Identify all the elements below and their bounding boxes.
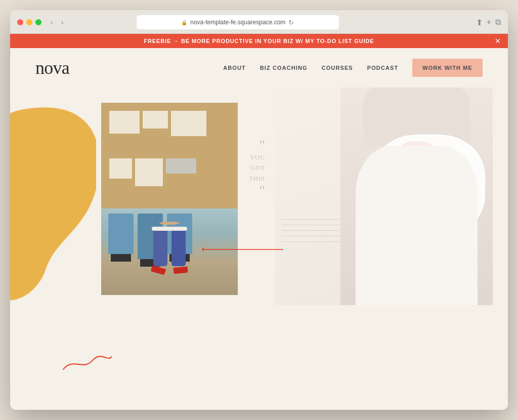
nav-courses[interactable]: COURSES bbox=[322, 65, 353, 71]
fashion-scene bbox=[101, 103, 238, 295]
woman-in-white bbox=[340, 88, 493, 305]
paper-4 bbox=[109, 158, 132, 179]
leg-right bbox=[171, 231, 186, 266]
minimize-window-button[interactable] bbox=[26, 19, 32, 25]
paper-5 bbox=[135, 158, 163, 186]
paper-3 bbox=[171, 111, 206, 136]
svg-point-1 bbox=[202, 248, 204, 251]
main-content-area: " YOU GOT THIS " bbox=[10, 88, 508, 410]
url-text: nova-template-fe.squarespace.com bbox=[190, 19, 285, 26]
corkboard-papers bbox=[106, 108, 233, 208]
red-squiggle-bottom bbox=[58, 347, 114, 374]
back-button[interactable]: ‹ bbox=[49, 17, 55, 27]
close-quote: " bbox=[249, 184, 266, 198]
left-hero-image bbox=[101, 103, 238, 295]
lock-icon: 🔒 bbox=[181, 20, 187, 25]
nav-biz-coaching[interactable]: BIZ COACHING bbox=[260, 65, 308, 71]
torso bbox=[152, 227, 187, 231]
work-with-me-button[interactable]: WORK WITH ME bbox=[412, 59, 483, 77]
shoe-left bbox=[151, 266, 166, 275]
white-dress bbox=[356, 146, 478, 305]
browser-window: ‹ › 🔒 nova-template-fe.squarespace.com ↻… bbox=[10, 10, 508, 410]
right-hero-image bbox=[275, 88, 493, 305]
maximize-window-button[interactable] bbox=[35, 19, 41, 25]
paper-6 bbox=[166, 158, 196, 174]
new-tab-button[interactable]: + bbox=[487, 18, 491, 27]
close-window-button[interactable] bbox=[17, 19, 23, 25]
browser-action-buttons: ⬆ + ⧉ bbox=[476, 18, 501, 27]
paper-2 bbox=[143, 111, 168, 129]
traffic-lights bbox=[17, 19, 41, 25]
head bbox=[159, 222, 180, 225]
images-container: " YOU GOT THIS " bbox=[10, 88, 508, 410]
notebook-scene bbox=[275, 88, 493, 305]
corkboard-bg bbox=[101, 103, 238, 208]
open-quote: " bbox=[249, 138, 266, 152]
paper-1 bbox=[109, 111, 140, 134]
nav-podcast[interactable]: PODCAST bbox=[367, 65, 398, 71]
browser-nav-controls: ‹ › bbox=[49, 17, 65, 27]
browser-chrome: ‹ › 🔒 nova-template-fe.squarespace.com ↻… bbox=[10, 10, 508, 34]
legs bbox=[153, 231, 186, 266]
red-connector-line bbox=[202, 242, 283, 257]
forward-button[interactable]: › bbox=[59, 17, 66, 27]
main-nav: nova ABOUT BIZ COACHING COURSES PODCAST … bbox=[10, 48, 508, 88]
quote-area: " YOU GOT THIS " bbox=[249, 138, 266, 198]
address-bar[interactable]: 🔒 nova-template-fe.squarespace.com ↻ bbox=[137, 15, 339, 29]
nav-about[interactable]: ABOUT bbox=[223, 65, 246, 71]
banner-close-button[interactable]: ✕ bbox=[495, 37, 501, 45]
woman-figure bbox=[340, 88, 493, 305]
refresh-button[interactable]: ↻ bbox=[288, 19, 294, 26]
share-button[interactable]: ⬆ bbox=[476, 18, 483, 27]
windows-button[interactable]: ⧉ bbox=[495, 18, 501, 27]
person-silhouette bbox=[136, 222, 204, 274]
chair-1 bbox=[108, 214, 134, 254]
quote-line1: YOU GOT THIS bbox=[249, 152, 266, 184]
shoes bbox=[151, 267, 188, 273]
website-content: FREEBIE → BE MORE PRODUCTIVE IN YOUR BIZ… bbox=[10, 34, 508, 410]
nav-links: ABOUT BIZ COACHING COURSES PODCAST WORK … bbox=[223, 59, 483, 77]
banner-text: FREEBIE → BE MORE PRODUCTIVE IN YOUR BIZ… bbox=[144, 38, 374, 44]
shoe-right bbox=[174, 267, 188, 274]
leg-left bbox=[153, 231, 167, 266]
promo-banner: FREEBIE → BE MORE PRODUCTIVE IN YOUR BIZ… bbox=[10, 34, 508, 48]
site-logo[interactable]: nova bbox=[35, 57, 69, 78]
